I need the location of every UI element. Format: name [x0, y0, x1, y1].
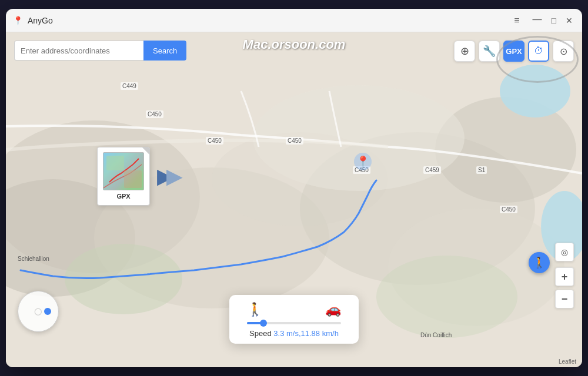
walk-icon: 🚶 [533, 256, 546, 269]
place-label-schiehallion: Schiehallion [18, 256, 49, 262]
compass-dot [44, 308, 51, 315]
speed-slider[interactable] [247, 322, 341, 324]
svg-rect-14 [106, 156, 124, 170]
mini-compass[interactable]: ○ [18, 291, 59, 332]
search-bar: Search [14, 41, 186, 61]
map-pin: 📍 [354, 153, 372, 170]
gpx-arrows: ▶ ▶ [150, 164, 183, 189]
zoom-in-button[interactable]: + [555, 267, 574, 286]
road-label-c459: C459 [423, 166, 441, 174]
car-mode-icon[interactable]: 🚗 [325, 302, 341, 317]
speed-slider-fill [247, 322, 261, 324]
walk-mode-icon[interactable]: 🚶 [247, 302, 263, 317]
compass-button[interactable]: ⊙ [553, 41, 574, 62]
search-input[interactable] [14, 41, 143, 61]
titlebar-controls: ≡ — □ ✕ [514, 13, 575, 28]
speed-panel: 🚶 🚗 Speed 3.3 m/s,11.88 km/h [229, 295, 359, 344]
current-location-button[interactable]: ◎ [555, 243, 574, 261]
toolbar-right: ⊕ 🔧 GPX ⏱ ⊙ [454, 41, 574, 62]
speed-mode-icons: 🚶 🚗 [247, 302, 341, 317]
search-button[interactable]: Search [143, 41, 186, 61]
speed-value: 3.3 m/s,11.88 km/h [273, 329, 339, 338]
road-label-c449: C449 [121, 82, 138, 90]
road-label-c450-2: C450 [206, 137, 223, 145]
minimize-button[interactable]: — [530, 13, 544, 26]
gpx-button[interactable]: GPX [503, 41, 524, 62]
compass-icon: ⊙ [560, 46, 567, 57]
leaflet-attribution: Leaflet [559, 358, 576, 365]
app-window: 📍 AnyGo ≡ — □ ✕ [6, 9, 582, 367]
menu-icon[interactable]: ≡ [514, 15, 520, 26]
gpx-file-thumbnail [103, 152, 144, 190]
walk-mode-indicator[interactable]: 🚶 [529, 252, 550, 273]
history-button[interactable]: ⏱ [528, 41, 549, 62]
speed-text: Speed 3.3 m/s,11.88 km/h [247, 329, 341, 338]
route-tool-button[interactable]: 🔧 [479, 41, 500, 62]
svg-point-11 [65, 244, 182, 314]
app-icon: 📍 [13, 16, 23, 25]
pin-circle: 📍 [354, 153, 372, 170]
history-icon: ⏱ [534, 46, 543, 56]
svg-point-12 [376, 256, 517, 338]
svg-point-9 [500, 65, 570, 118]
current-location-icon: ◎ [561, 247, 568, 257]
titlebar-left: 📍 AnyGo [13, 16, 514, 25]
gpx-file-label: GPX [116, 193, 130, 200]
arrow-2-icon: ▶ [166, 164, 183, 189]
speed-label: Speed [249, 329, 273, 338]
gpx-import-area: GPX ▶ ▶ [97, 147, 183, 206]
route-icon: 🔧 [483, 45, 496, 58]
locate-icon: ⊕ [460, 45, 469, 58]
close-button[interactable]: ✕ [563, 15, 575, 26]
locate-button[interactable]: ⊕ [454, 41, 475, 62]
compass-ring: ○ [34, 302, 44, 321]
pin-marker: 📍 [356, 155, 369, 168]
gpx-file-icon[interactable]: GPX [97, 147, 150, 206]
road-label-c450-3: C450 [286, 137, 303, 145]
svg-rect-15 [124, 170, 142, 188]
titlebar: 📍 AnyGo ≡ — □ ✕ [6, 9, 582, 32]
road-label-c450-1: C450 [146, 110, 163, 118]
road-label-c450-5: C450 [500, 206, 517, 213]
maximize-button[interactable]: □ [549, 15, 559, 26]
zoom-out-button[interactable]: − [555, 290, 574, 308]
map-container: C449 C450 C450 C450 C450 C459 S1 C450 Sc… [6, 32, 582, 367]
app-title: AnyGo [28, 16, 53, 25]
road-label-s1: S1 [476, 166, 487, 174]
gpx-label: GPX [506, 47, 522, 56]
speed-slider-thumb [260, 320, 267, 327]
place-label-dun-coillich: Dùn Coillich [420, 332, 452, 338]
right-map-controls: ◎ + − [555, 243, 574, 308]
